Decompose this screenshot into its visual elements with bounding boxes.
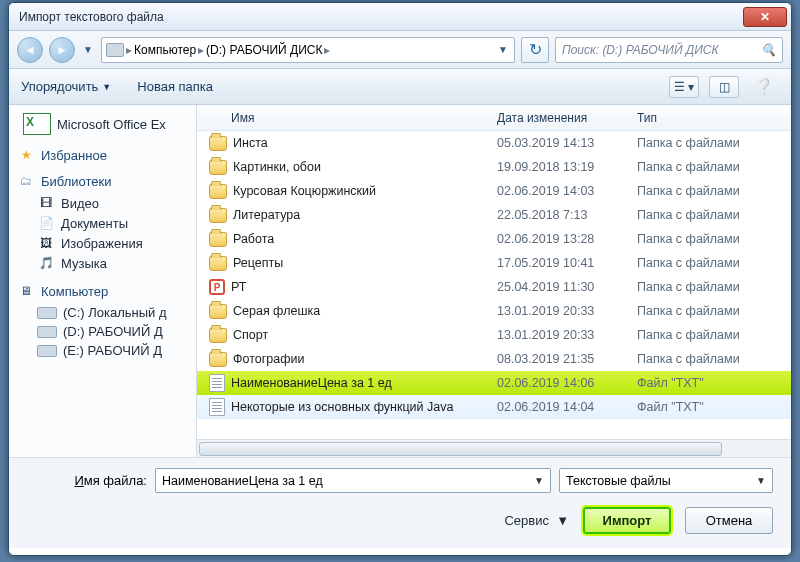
file-type: Папка с файлами <box>637 208 791 222</box>
file-row[interactable]: Некоторые из основных функций Java02.06.… <box>197 395 791 419</box>
file-date: 02.06.2019 14:03 <box>497 184 637 198</box>
import-button[interactable]: Импорт <box>583 507 671 534</box>
nav-forward-button[interactable]: ► <box>49 37 75 63</box>
file-date: 19.09.2018 13:19 <box>497 160 637 174</box>
drive-icon <box>106 43 124 57</box>
file-row[interactable]: Фотографии08.03.2019 21:35Папка с файлам… <box>197 347 791 371</box>
sidebar-office[interactable]: Microsoft Office Ex <box>17 111 196 137</box>
file-list: Имя Дата изменения Тип Инста05.03.2019 1… <box>197 105 791 457</box>
file-name: Фотографии <box>233 352 304 366</box>
file-open-dialog: Импорт текстового файла ✕ ◄ ► ▼ ▸ Компью… <box>8 2 792 556</box>
file-row[interactable]: Серая флешка13.01.2019 20:33Папка с файл… <box>197 299 791 323</box>
file-name: Инста <box>233 136 268 150</box>
crumb-drive[interactable]: (D:) РАБОЧИЙ ДИСК <box>206 43 322 57</box>
new-folder-button[interactable]: Новая папка <box>137 79 213 94</box>
folder-icon <box>209 256 227 271</box>
file-type: Файл "TXT" <box>637 400 791 414</box>
file-type: Папка с файлами <box>637 184 791 198</box>
file-date: 13.01.2019 20:33 <box>497 328 637 342</box>
sidebar-lib-music[interactable]: 🎵Музыка <box>17 253 196 273</box>
image-icon: 🖼 <box>37 235 55 251</box>
nav-bar: ◄ ► ▼ ▸ Компьютер ▸ (D:) РАБОЧИЙ ДИСК ▸ … <box>9 31 791 69</box>
file-row[interactable]: Инста05.03.2019 14:13Папка с файлами <box>197 131 791 155</box>
file-type: Файл "TXT" <box>637 376 791 390</box>
star-icon: ★ <box>17 147 35 163</box>
help-button[interactable]: ❔ <box>749 76 779 98</box>
file-row[interactable]: Литература22.05.2018 7:13Папка с файлами <box>197 203 791 227</box>
file-filter-select[interactable]: Текстовые файлы▼ <box>559 468 773 493</box>
sidebar-libs-header[interactable]: 🗂 Библиотеки <box>17 173 196 189</box>
sidebar-drive-e[interactable]: (E:) РАБОЧИЙ Д <box>17 341 196 360</box>
file-name: Рецепты <box>233 256 283 270</box>
file-date: 13.01.2019 20:33 <box>497 304 637 318</box>
breadcrumb[interactable]: ▸ Компьютер ▸ (D:) РАБОЧИЙ ДИСК ▸ ▼ <box>101 37 515 63</box>
sidebar: Microsoft Office Ex ★ Избранное 🗂 Библио… <box>9 105 197 457</box>
sidebar-lib-docs[interactable]: 📄Документы <box>17 213 196 233</box>
sidebar-favorites[interactable]: ★ Избранное <box>17 147 196 163</box>
file-row[interactable]: Рецепты17.05.2019 10:41Папка с файлами <box>197 251 791 275</box>
folder-icon <box>209 160 227 175</box>
folder-icon <box>209 208 227 223</box>
app-icon: P <box>209 279 225 295</box>
folder-icon <box>209 184 227 199</box>
drive-icon <box>37 345 57 357</box>
file-name: Курсовая Коцюржинский <box>233 184 376 198</box>
folder-icon <box>209 232 227 247</box>
file-row[interactable]: PРТ25.04.2019 11:30Папка с файлами <box>197 275 791 299</box>
sidebar-drive-d[interactable]: (D:) РАБОЧИЙ Д <box>17 322 196 341</box>
breadcrumb-dropdown-icon[interactable]: ▼ <box>496 44 510 55</box>
file-type: Папка с файлами <box>637 136 791 150</box>
filename-input[interactable]: НаименованиеЦена за 1 ед▼ <box>155 468 551 493</box>
file-date: 17.05.2019 10:41 <box>497 256 637 270</box>
sidebar-lib-video[interactable]: 🎞Видео <box>17 193 196 213</box>
file-date: 25.04.2019 11:30 <box>497 280 637 294</box>
organize-button[interactable]: Упорядочить▼ <box>21 79 111 94</box>
footer: Имя файла: НаименованиеЦена за 1 ед▼ Тек… <box>9 457 791 548</box>
file-name: Литература <box>233 208 300 222</box>
col-type-header[interactable]: Тип <box>637 105 791 130</box>
preview-pane-button[interactable]: ◫ <box>709 76 739 98</box>
view-mode-button[interactable]: ☰ ▾ <box>669 76 699 98</box>
nav-history-dropdown[interactable]: ▼ <box>81 44 95 55</box>
file-name: РТ <box>231 280 246 294</box>
file-row[interactable]: Работа02.06.2019 13:28Папка с файлами <box>197 227 791 251</box>
file-name: Серая флешка <box>233 304 320 318</box>
col-date-header[interactable]: Дата изменения <box>497 105 637 130</box>
video-icon: 🎞 <box>37 195 55 211</box>
file-row[interactable]: Спорт13.01.2019 20:33Папка с файлами <box>197 323 791 347</box>
file-type: Папка с файлами <box>637 328 791 342</box>
sidebar-lib-images[interactable]: 🖼Изображения <box>17 233 196 253</box>
folder-icon <box>209 352 227 367</box>
sidebar-drive-c[interactable]: (C:) Локальный д <box>17 303 196 322</box>
file-row[interactable]: Курсовая Коцюржинский02.06.2019 14:03Пап… <box>197 179 791 203</box>
sidebar-computer-header[interactable]: 🖥 Компьютер <box>17 283 196 299</box>
toolbar: Упорядочить▼ Новая папка ☰ ▾ ◫ ❔ <box>9 69 791 105</box>
document-icon: 📄 <box>37 215 55 231</box>
file-date: 22.05.2018 7:13 <box>497 208 637 222</box>
file-date: 02.06.2019 13:28 <box>497 232 637 246</box>
computer-icon: 🖥 <box>17 283 35 299</box>
file-row[interactable]: Картинки, обои19.09.2018 13:19Папка с фа… <box>197 155 791 179</box>
libraries-icon: 🗂 <box>17 173 35 189</box>
tools-menu[interactable]: Сервис ▼ <box>504 513 569 528</box>
excel-icon <box>23 113 51 135</box>
file-type: Папка с файлами <box>637 280 791 294</box>
nav-back-button[interactable]: ◄ <box>17 37 43 63</box>
file-name: Некоторые из основных функций Java <box>231 400 453 414</box>
refresh-button[interactable]: ↻ <box>521 37 549 63</box>
text-file-icon <box>209 374 225 392</box>
filename-label: Имя файла: <box>27 473 147 488</box>
close-button[interactable]: ✕ <box>743 7 787 27</box>
file-name: Спорт <box>233 328 268 342</box>
chevron-down-icon: ▼ <box>756 475 766 486</box>
col-name-header[interactable]: Имя <box>197 105 497 130</box>
crumb-computer[interactable]: Компьютер <box>134 43 196 57</box>
h-scrollbar[interactable] <box>197 439 791 457</box>
file-name: Работа <box>233 232 274 246</box>
cancel-button[interactable]: Отмена <box>685 507 773 534</box>
file-name: Картинки, обои <box>233 160 321 174</box>
window-title: Импорт текстового файла <box>19 10 164 24</box>
file-row[interactable]: НаименованиеЦена за 1 ед02.06.2019 14:06… <box>197 371 791 395</box>
file-date: 05.03.2019 14:13 <box>497 136 637 150</box>
search-input[interactable]: Поиск: (D:) РАБОЧИЙ ДИСК 🔍 <box>555 37 783 63</box>
